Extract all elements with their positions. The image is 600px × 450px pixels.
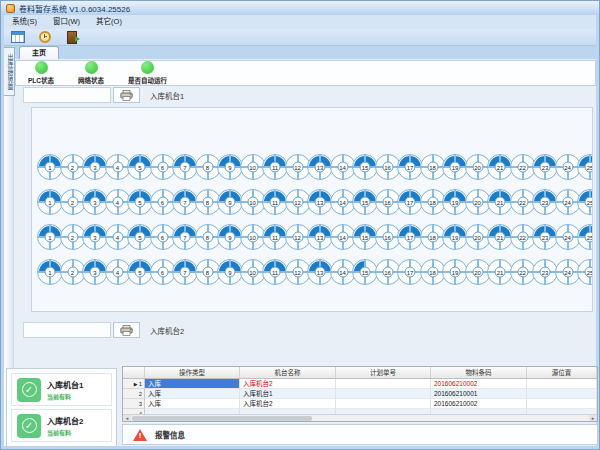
printer-button-machine1[interactable] [113,87,140,103]
reel-slot-25: 25 [577,154,593,180]
machine-card-texts: 入库机台2当前有料 [47,415,83,437]
table-cell [336,379,431,389]
status-label: 是否自动运行 [128,75,167,85]
reel-number: 21 [495,197,506,208]
tab-home[interactable]: 主页 [19,46,59,59]
reel-number: 15 [360,232,371,243]
reel-number: 10 [247,197,258,208]
reel-number: 22 [517,267,528,278]
reel-number: 20 [472,267,483,278]
clock-icon[interactable] [35,30,55,45]
reel-number: 8 [202,232,213,243]
scrollbar-thumb[interactable] [132,416,312,421]
status-indicator-panel: PLC状态网络状态是否自动运行 [15,60,596,86]
reel-number: 10 [247,162,258,173]
side-vertical-tab[interactable]: 出库监控界面 [4,47,15,96]
reel-number: 24 [562,197,573,208]
reel-slot-25: 25 [577,259,593,285]
reel-number: 23 [540,197,551,208]
status-indicator-3: 是否自动运行 [128,61,167,85]
app-icon [6,4,15,13]
reel-number: 16 [382,267,393,278]
reel-number: 8 [202,267,213,278]
reel-number: 5 [135,162,146,173]
reel-number: 3 [90,267,101,278]
reel-number: 10 [247,232,258,243]
reel-number: 18 [427,197,438,208]
reel-number: 5 [135,197,146,208]
machine-card-2[interactable]: ✓入库机台2当前有料 [11,409,112,442]
reel-number: 25 [585,267,594,278]
scroll-left-icon[interactable]: ◂ [123,415,131,422]
row-number: 1 [139,381,142,387]
table-row[interactable]: ▶1入库入库机台2201606210002 [123,379,597,389]
reel-number: 12 [292,232,303,243]
menu-item-1[interactable]: 系统(S) [4,15,45,29]
reel-number: 24 [562,162,573,173]
reel-number: 14 [337,232,348,243]
table-cell: 201606210002 [431,379,527,389]
table-row[interactable]: 2入库入库机台1201606210001 [123,389,597,399]
reel-number: 11 [270,197,281,208]
exit-door-icon[interactable] [62,30,82,45]
reel-number: 23 [540,267,551,278]
reel-number: 19 [450,197,461,208]
reel-number: 3 [90,162,101,173]
reel-number: 21 [495,232,506,243]
reel-number: 14 [337,162,348,173]
table-icon-glyph [11,31,25,43]
reel-row-1: 1234567891011121314151617181920212223242… [37,154,592,180]
table-row[interactable]: 3入库入库机台2201606210002 [123,399,597,409]
reel-number: 11 [270,162,281,173]
reel-number: 16 [382,197,393,208]
reel-number: 6 [157,232,168,243]
row-number: 2 [139,391,142,397]
table-column-header: 物料条码 [431,367,527,378]
tab-strip: 主页 [15,46,596,59]
machine-card-status: 当前有料 [47,392,83,401]
reel-number: 13 [315,267,326,278]
printer-button-machine2[interactable] [113,322,140,338]
reel-number: 19 [450,232,461,243]
reel-number: 9 [225,162,236,173]
menu-item-3[interactable]: 其它(O) [88,15,130,29]
table-cell: 入库机台2 [240,399,336,409]
machine-card-1[interactable]: ✓入库机台1当前有料 [11,373,112,406]
reel-number: 7 [180,197,191,208]
row-header: 2 [123,389,145,399]
printer-icon [120,325,133,336]
reel-number: 13 [315,197,326,208]
reel-number: 16 [382,162,393,173]
reel-number: 4 [112,197,123,208]
table-column-header: 操作类型 [145,367,240,378]
reel-number: 20 [472,232,483,243]
horizontal-scrollbar[interactable]: ◂▸ [123,414,597,421]
reel-number: 7 [180,267,191,278]
reel-number: 6 [157,197,168,208]
reel-number: 10 [247,267,258,278]
reel-number: 7 [180,232,191,243]
table-corner-header [123,367,145,378]
reel-number: 2 [67,197,78,208]
check-icon: ✓ [17,414,41,438]
reel-number: 3 [90,197,101,208]
scroll-right-icon[interactable]: ▸ [589,415,597,422]
reel-number: 6 [157,162,168,173]
reel-number: 20 [472,197,483,208]
reel-row-2: 1234567891011121314151617181920212223242… [37,189,592,215]
menu-item-2[interactable]: 窗口(W) [45,15,88,29]
machine2-title: 入库机台2 [150,325,184,336]
reel-number: 24 [562,232,573,243]
table-column-header: 机台名称 [240,367,336,378]
reel-number: 2 [67,162,78,173]
reel-row-4: 1234567891011121314151617181920212223242… [37,259,592,285]
reel-row-3: 1234567891011121314151617181920212223242… [37,224,592,250]
table-cell [336,399,431,409]
reel-number: 18 [427,162,438,173]
table-icon[interactable] [8,30,28,45]
reel-number: 18 [427,267,438,278]
reel-number: 19 [450,162,461,173]
machine1-reels-panel: 1234567891011121314151617181920212223242… [31,107,593,312]
reel-number: 9 [225,197,236,208]
toolbar [4,29,596,46]
